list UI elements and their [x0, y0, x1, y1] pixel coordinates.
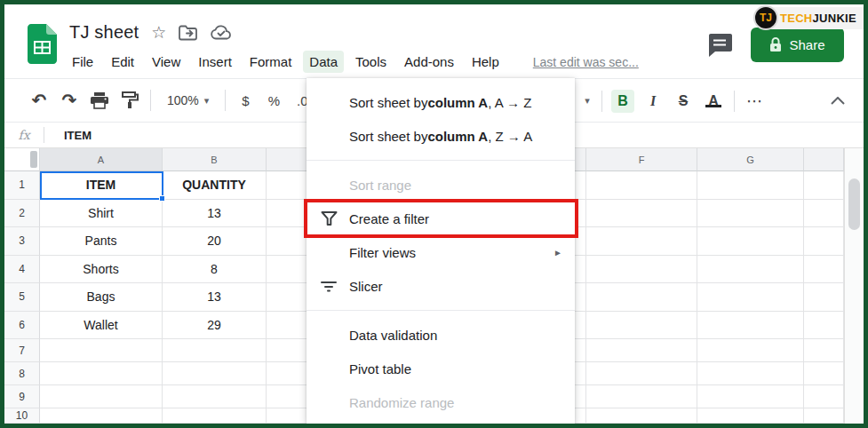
menu-item-sort-sheet-az[interactable]: Sort sheet by column A, A → Z	[307, 85, 575, 119]
cell-B1[interactable]: QUANTITY	[163, 171, 267, 200]
cell-G1[interactable]	[697, 171, 804, 200]
redo-icon[interactable]: ↷	[54, 90, 84, 111]
menu-item-sort-sheet-za[interactable]: Sort sheet by column A, Z → A	[307, 119, 575, 153]
cell-A7[interactable]	[40, 339, 163, 362]
select-all-corner[interactable]	[4, 148, 40, 171]
cell-B3[interactable]: 20	[163, 227, 267, 256]
cell-B6[interactable]: 29	[163, 312, 267, 340]
cell-F6[interactable]	[586, 312, 697, 340]
menu-addons[interactable]: Add-ons	[398, 51, 460, 73]
menu-item-pivot-table[interactable]: Pivot table	[307, 352, 575, 385]
menu-insert[interactable]: Insert	[192, 51, 238, 73]
cell-F10[interactable]	[586, 408, 697, 424]
cell-B9[interactable]	[163, 385, 267, 408]
menu-edit[interactable]: Edit	[105, 51, 140, 73]
cell-F7[interactable]	[586, 339, 697, 362]
menu-item-slicer[interactable]: Slicer	[307, 269, 575, 303]
cell-A5[interactable]: Bags	[40, 283, 163, 312]
menu-tools[interactable]: Tools	[349, 51, 393, 73]
cell-F5[interactable]	[586, 283, 697, 312]
menu-item-filter-views[interactable]: Filter views ►	[307, 235, 575, 269]
cell-G7[interactable]	[697, 339, 804, 362]
column-header-F[interactable]: F	[586, 148, 697, 171]
cell-F3[interactable]	[586, 227, 697, 256]
row-header-8[interactable]: 8	[4, 362, 40, 385]
cell-G4[interactable]	[697, 256, 804, 284]
cell-G2[interactable]	[697, 200, 804, 228]
zoom-select[interactable]: 100% ▾	[156, 93, 219, 107]
cell-B8[interactable]	[163, 362, 267, 385]
cell-G5[interactable]	[697, 283, 804, 312]
cell-A10[interactable]	[40, 408, 163, 424]
cell-B4[interactable]: 8	[163, 256, 267, 284]
cell-G10[interactable]	[697, 408, 804, 424]
row-header-5[interactable]: 5	[4, 283, 40, 312]
menu-file[interactable]: File	[66, 51, 100, 73]
row-header-10[interactable]: 10	[4, 408, 40, 424]
cell-F1[interactable]	[586, 171, 697, 200]
cell-H5[interactable]	[804, 283, 844, 312]
share-button[interactable]: Share	[751, 28, 844, 62]
cell-G8[interactable]	[697, 362, 804, 385]
row-header-1[interactable]: 1	[4, 171, 40, 200]
cell-A1[interactable]: ITEM	[40, 171, 163, 200]
menu-help[interactable]: Help	[466, 51, 506, 73]
cell-H1[interactable]	[804, 171, 844, 200]
cell-A3[interactable]: Pants	[40, 227, 163, 256]
column-header-G[interactable]: G	[697, 148, 804, 171]
cell-B7[interactable]	[163, 339, 267, 362]
cell-H2[interactable]	[804, 200, 844, 228]
cell-B10[interactable]	[163, 408, 267, 424]
cell-G6[interactable]	[697, 312, 804, 340]
cell-H9[interactable]	[804, 385, 844, 408]
paint-format-icon[interactable]	[115, 91, 145, 109]
format-currency-button[interactable]: $	[231, 93, 259, 108]
cell-F8[interactable]	[586, 362, 697, 385]
document-title[interactable]: TJ sheet	[69, 22, 139, 43]
undo-icon[interactable]: ↶	[24, 90, 54, 111]
menu-data[interactable]: Data	[303, 51, 344, 73]
cell-G9[interactable]	[697, 385, 804, 408]
column-header-B[interactable]: B	[163, 148, 267, 171]
cloud-saved-icon[interactable]	[211, 25, 232, 40]
cell-H10[interactable]	[804, 408, 844, 424]
row-header-4[interactable]: 4	[4, 256, 40, 284]
formula-bar-value[interactable]: ITEM	[44, 129, 92, 142]
row-header-3[interactable]: 3	[4, 227, 40, 256]
cell-A6[interactable]: Wallet	[40, 312, 163, 340]
cell-H8[interactable]	[804, 362, 844, 385]
cell-H3[interactable]	[804, 227, 844, 256]
bold-button[interactable]: B	[611, 90, 634, 113]
collapse-toolbar-icon[interactable]	[831, 79, 845, 123]
menu-item-data-validation[interactable]: Data validation	[307, 318, 575, 352]
scrollbar-thumb[interactable]	[848, 178, 860, 230]
cell-A2[interactable]: Shirt	[40, 200, 163, 228]
cell-B5[interactable]: 13	[163, 283, 267, 312]
vertical-scrollbar[interactable]	[844, 148, 864, 424]
cell-F4[interactable]	[586, 256, 697, 284]
italic-button[interactable]: I	[638, 93, 668, 109]
column-header-partial[interactable]	[804, 148, 844, 171]
cell-F2[interactable]	[586, 200, 697, 228]
menu-view[interactable]: View	[146, 51, 187, 73]
cell-H6[interactable]	[804, 312, 844, 340]
move-folder-icon[interactable]	[179, 25, 198, 41]
row-header-7[interactable]: 7	[4, 339, 40, 362]
menu-item-create-filter[interactable]: Create a filter	[307, 202, 575, 235]
row-header-2[interactable]: 2	[4, 200, 40, 228]
menu-format[interactable]: Format	[243, 51, 299, 73]
strikethrough-button[interactable]: S	[668, 93, 698, 109]
print-icon[interactable]	[84, 92, 115, 109]
sheets-logo-icon[interactable]	[28, 24, 57, 64]
cell-B2[interactable]: 13	[163, 200, 267, 228]
column-header-A[interactable]: A	[40, 148, 163, 171]
more-options-icon[interactable]: ⋯	[740, 91, 770, 111]
cell-H4[interactable]	[804, 256, 844, 284]
last-edit-link[interactable]: Last edit was sec...	[533, 55, 639, 69]
comment-icon[interactable]	[706, 33, 733, 58]
text-color-button[interactable]: A	[698, 93, 729, 109]
cell-A4[interactable]: Shorts	[40, 256, 163, 284]
format-percent-button[interactable]: %	[259, 93, 288, 108]
cell-H7[interactable]	[804, 339, 844, 362]
cell-G3[interactable]	[697, 227, 804, 256]
